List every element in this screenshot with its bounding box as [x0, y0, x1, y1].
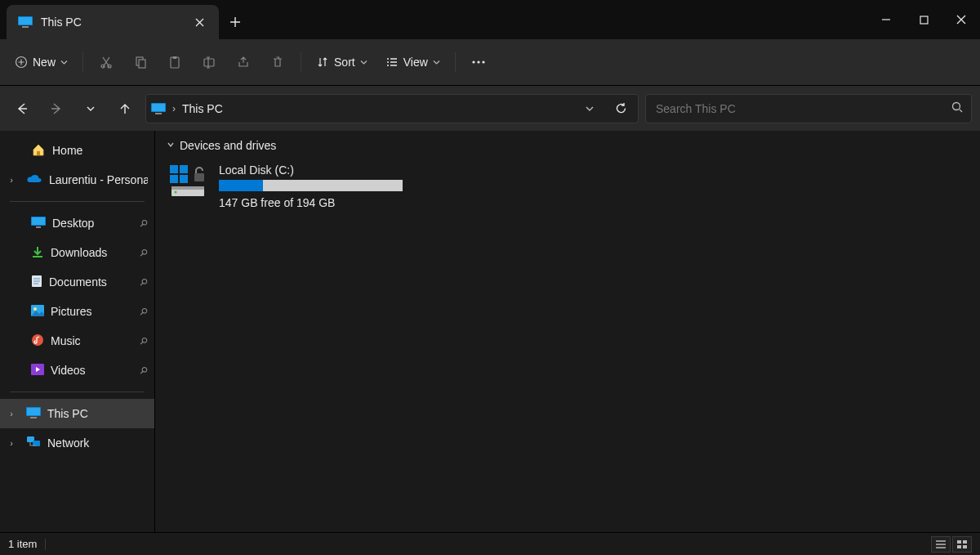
sidebar-divider [10, 201, 145, 202]
status-separator [45, 539, 46, 550]
new-tab-button[interactable] [219, 5, 252, 39]
nav-up-button[interactable] [111, 95, 139, 123]
sidebar-item-downloads[interactable]: Downloads ⚲ [0, 238, 154, 267]
tiles-view-icon [956, 539, 968, 549]
sidebar-item-pictures[interactable]: Pictures ⚲ [0, 297, 154, 326]
window-controls [867, 0, 980, 39]
documents-icon [31, 275, 42, 290]
sidebar-item-this-pc[interactable]: › This PC [0, 399, 154, 428]
window-close-button[interactable] [942, 0, 980, 39]
refresh-button[interactable] [608, 96, 633, 121]
drive-usage-bar [219, 180, 403, 191]
chevron-down-icon [360, 59, 368, 66]
sidebar-item-home[interactable]: Home [0, 136, 154, 165]
sidebar-item-desktop[interactable]: Desktop ⚲ [0, 208, 154, 238]
body: Home › Laurentiu - Personal Desktop ⚲ Do… [0, 131, 980, 532]
pin-icon: ⚲ [137, 217, 150, 230]
pin-icon: ⚲ [137, 364, 150, 377]
nav-row: › This PC [0, 85, 980, 131]
view-button[interactable]: View [377, 47, 448, 77]
new-icon [15, 56, 28, 69]
sidebar-item-documents[interactable]: Documents ⚲ [0, 267, 154, 297]
sidebar-item-music[interactable]: Music ⚲ [0, 326, 154, 356]
videos-icon [31, 364, 44, 378]
svg-rect-2 [22, 26, 29, 28]
toolbar-separator [301, 52, 301, 72]
maximize-button[interactable] [905, 0, 942, 39]
breadcrumb-separator-icon: › [172, 103, 176, 114]
sidebar-item-videos[interactable]: Videos ⚲ [0, 356, 154, 385]
svg-rect-10 [173, 56, 177, 59]
svg-rect-38 [172, 186, 204, 190]
tab-title: This PC [41, 16, 180, 29]
sidebar-item-label: Desktop [52, 217, 134, 230]
paste-button[interactable] [158, 47, 191, 77]
copy-button[interactable] [124, 47, 157, 77]
drive-info: Local Disk (C:) 147 GB free of 194 GB [219, 163, 443, 209]
cut-button[interactable] [90, 47, 122, 77]
sidebar-item-label: Music [51, 334, 134, 347]
chevron-down-icon [433, 59, 440, 66]
search-bar[interactable] [645, 94, 972, 123]
copy-icon [134, 56, 147, 69]
minimize-button[interactable] [867, 0, 905, 39]
onedrive-icon [26, 173, 42, 187]
address-location: This PC [182, 102, 223, 115]
nav-recent-button[interactable] [77, 95, 105, 123]
sort-button[interactable]: Sort [308, 47, 376, 77]
tab-this-pc[interactable]: This PC [7, 5, 219, 39]
svg-rect-29 [27, 408, 40, 415]
sidebar-item-label: Network [47, 436, 148, 450]
chevron-down-icon [60, 59, 68, 66]
details-view-button[interactable] [931, 536, 951, 553]
chevron-right-icon: › [3, 438, 20, 448]
address-bar[interactable]: › This PC [145, 94, 639, 123]
sidebar-divider [10, 392, 145, 392]
sort-icon [316, 56, 329, 69]
sidebar-item-label: Downloads [51, 246, 134, 259]
trash-icon [271, 56, 284, 69]
new-label: New [33, 56, 56, 69]
svg-rect-44 [963, 545, 967, 548]
tiles-view-button[interactable] [952, 536, 972, 553]
search-icon [951, 101, 963, 115]
sidebar-item-onedrive[interactable]: › Laurentiu - Personal [0, 165, 154, 195]
delete-button[interactable] [261, 47, 294, 77]
svg-point-12 [472, 60, 474, 63]
view-label: View [403, 56, 428, 69]
plus-icon [230, 17, 240, 27]
chevron-down-icon [585, 104, 595, 114]
svg-point-14 [482, 60, 484, 63]
arrow-right-icon [50, 102, 63, 115]
minimize-icon [881, 15, 891, 25]
svg-rect-36 [180, 175, 188, 183]
more-button[interactable] [462, 47, 495, 77]
drive-local-disk-c[interactable]: Local Disk (C:) 147 GB free of 194 GB [167, 159, 444, 214]
search-input[interactable] [654, 101, 945, 116]
group-header-devices[interactable]: Devices and drives [167, 139, 969, 152]
chevron-right-icon: › [3, 409, 20, 418]
nav-back-button[interactable] [8, 95, 36, 123]
svg-rect-3 [920, 16, 928, 24]
nav-forward-button[interactable] [42, 95, 70, 123]
new-button[interactable]: New [7, 47, 76, 77]
chevron-right-icon: › [3, 175, 20, 185]
share-button[interactable] [227, 47, 260, 77]
sidebar-pinned-group: Desktop ⚲ Downloads ⚲ Documents ⚲ Pictur… [0, 208, 154, 385]
view-toggle-group [931, 536, 972, 553]
sidebar: Home › Laurentiu - Personal Desktop ⚲ Do… [0, 131, 155, 532]
address-dropdown-button[interactable] [577, 96, 602, 121]
clipboard-icon [168, 56, 181, 69]
this-pc-icon [26, 407, 41, 421]
arrow-up-icon [118, 102, 131, 115]
sidebar-item-label: Pictures [51, 305, 134, 318]
sidebar-item-label: Documents [49, 275, 134, 289]
music-icon [31, 333, 44, 349]
status-item-count: 1 item [8, 538, 37, 550]
sidebar-item-network[interactable]: › Network [0, 428, 154, 458]
rename-button[interactable] [193, 47, 225, 77]
details-view-icon [935, 539, 947, 549]
tab-close-button[interactable] [188, 11, 211, 34]
this-pc-icon [151, 103, 166, 114]
svg-rect-43 [957, 545, 961, 548]
